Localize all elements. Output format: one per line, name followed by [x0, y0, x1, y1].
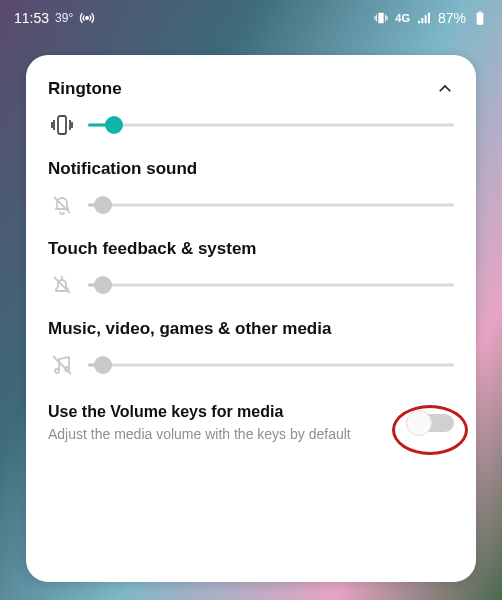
- ringtone-title: Ringtone: [48, 79, 122, 99]
- status-bar: 11:53 39° 4G 87%: [0, 0, 502, 36]
- notification-row: [48, 193, 454, 217]
- signal-icon: [416, 10, 432, 26]
- battery-pct: 87%: [438, 10, 466, 26]
- touch-header: Touch feedback & system: [48, 239, 454, 259]
- svg-point-0: [86, 17, 89, 20]
- touch-slider[interactable]: [88, 275, 454, 295]
- notification-header: Notification sound: [48, 159, 454, 179]
- chevron-up-icon: [436, 80, 454, 98]
- touch-section: Touch feedback & system: [48, 239, 454, 297]
- media-header: Music, video, games & other media: [48, 319, 454, 339]
- ringtone-row: [48, 113, 454, 137]
- svg-rect-3: [479, 11, 482, 12]
- media-section: Music, video, games & other media: [48, 319, 454, 377]
- ringtone-header[interactable]: Ringtone: [48, 79, 454, 99]
- volume-keys-switch[interactable]: [406, 410, 454, 436]
- status-left: 11:53 39°: [14, 10, 95, 26]
- ringtone-section: Ringtone: [48, 79, 454, 137]
- media-slider[interactable]: [88, 355, 454, 375]
- media-row: [48, 353, 454, 377]
- svg-rect-2: [477, 13, 484, 25]
- touch-title: Touch feedback & system: [48, 239, 256, 259]
- music-off-icon: [50, 353, 74, 377]
- vibrate-icon: [50, 113, 74, 137]
- ringtone-slider[interactable]: [88, 115, 454, 135]
- touch-row: [48, 273, 454, 297]
- touch-mute-icon: [50, 273, 74, 297]
- battery-icon: [472, 10, 488, 26]
- media-title: Music, video, games & other media: [48, 319, 331, 339]
- bell-off-icon: [50, 193, 74, 217]
- svg-rect-4: [58, 116, 66, 134]
- status-time: 11:53: [14, 10, 49, 26]
- volume-keys-desc: Adjust the media volume with the keys by…: [48, 425, 390, 443]
- switch-knob: [406, 410, 432, 436]
- volume-keys-title: Use the Volume keys for media: [48, 403, 390, 421]
- hotspot-icon: [79, 10, 95, 26]
- svg-rect-1: [379, 13, 384, 24]
- volume-keys-toggle-row: Use the Volume keys for media Adjust the…: [48, 399, 454, 443]
- notification-section: Notification sound: [48, 159, 454, 217]
- network-type: 4G: [395, 12, 410, 24]
- notification-title: Notification sound: [48, 159, 197, 179]
- notification-slider[interactable]: [88, 195, 454, 215]
- volume-keys-text: Use the Volume keys for media Adjust the…: [48, 403, 396, 443]
- status-temp: 39°: [55, 11, 73, 25]
- vibrate-status-icon: [373, 10, 389, 26]
- sound-settings-card: Ringtone Notification sound: [26, 55, 476, 582]
- svg-point-7: [55, 369, 59, 373]
- status-right: 4G 87%: [373, 10, 488, 26]
